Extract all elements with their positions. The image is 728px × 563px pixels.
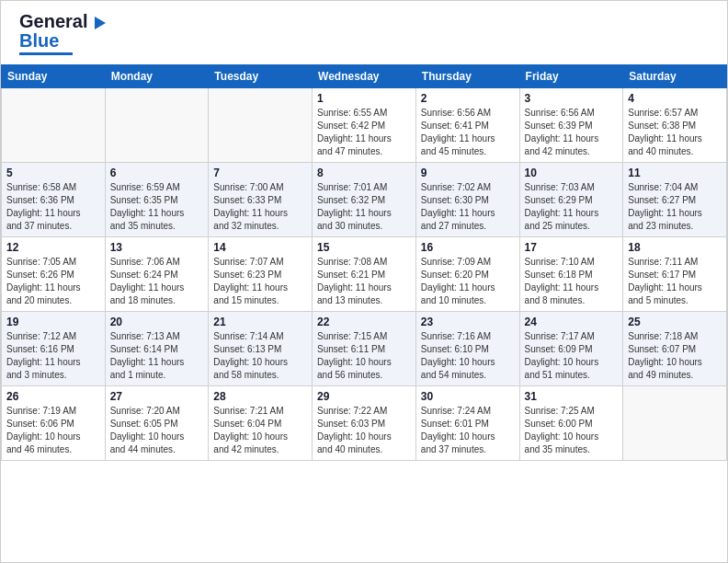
day-number: 19	[6, 316, 100, 328]
page-header: General Blue	[1, 1, 727, 59]
calendar-cell: 14Sunrise: 7:07 AM Sunset: 6:23 PM Dayli…	[209, 237, 313, 312]
day-number: 14	[213, 241, 307, 254]
day-number: 23	[421, 316, 515, 328]
calendar-cell: 27Sunrise: 7:20 AM Sunset: 6:05 PM Dayli…	[105, 386, 209, 461]
calendar-cell: 29Sunrise: 7:22 AM Sunset: 6:03 PM Dayli…	[313, 386, 416, 461]
day-info: Sunrise: 7:17 AM Sunset: 6:09 PM Dayligh…	[525, 330, 619, 382]
day-number: 27	[110, 390, 204, 403]
day-info: Sunrise: 7:21 AM Sunset: 6:04 PM Dayligh…	[213, 405, 307, 456]
weekday-header-monday: Monday	[105, 65, 209, 88]
day-number: 12	[6, 241, 100, 254]
logo-underline	[19, 52, 73, 55]
day-number: 9	[421, 167, 515, 179]
day-number: 26	[6, 390, 100, 403]
day-number: 28	[213, 390, 307, 403]
day-info: Sunrise: 7:13 AM Sunset: 6:14 PM Dayligh…	[110, 330, 204, 382]
calendar-cell: 12Sunrise: 7:05 AM Sunset: 6:26 PM Dayli…	[2, 237, 106, 312]
calendar-cell: 18Sunrise: 7:11 AM Sunset: 6:17 PM Dayli…	[623, 237, 727, 312]
day-number: 29	[317, 390, 411, 403]
day-number: 22	[317, 316, 411, 328]
day-number: 18	[628, 241, 722, 254]
calendar-cell: 16Sunrise: 7:09 AM Sunset: 6:20 PM Dayli…	[415, 237, 519, 312]
day-info: Sunrise: 7:12 AM Sunset: 6:16 PM Dayligh…	[6, 330, 100, 382]
calendar-cell: 21Sunrise: 7:14 AM Sunset: 6:13 PM Dayli…	[209, 312, 313, 386]
day-info: Sunrise: 7:01 AM Sunset: 6:32 PM Dayligh…	[317, 181, 411, 233]
calendar-cell: 4Sunrise: 6:57 AM Sunset: 6:38 PM Daylig…	[623, 88, 727, 163]
day-number: 7	[213, 167, 307, 179]
calendar-cell: 1Sunrise: 6:55 AM Sunset: 6:42 PM Daylig…	[313, 88, 416, 163]
calendar-week-row: 12Sunrise: 7:05 AM Sunset: 6:26 PM Dayli…	[2, 237, 727, 312]
weekday-header-sunday: Sunday	[2, 65, 106, 88]
logo-text-general: General	[19, 11, 87, 31]
calendar-cell: 15Sunrise: 7:08 AM Sunset: 6:21 PM Dayli…	[313, 237, 416, 312]
calendar-week-row: 26Sunrise: 7:19 AM Sunset: 6:06 PM Dayli…	[2, 386, 727, 461]
day-info: Sunrise: 7:07 AM Sunset: 6:23 PM Dayligh…	[213, 256, 307, 307]
weekday-header-wednesday: Wednesday	[313, 65, 416, 88]
day-info: Sunrise: 7:08 AM Sunset: 6:21 PM Dayligh…	[317, 256, 411, 307]
day-info: Sunrise: 6:58 AM Sunset: 6:36 PM Dayligh…	[6, 181, 100, 233]
day-number: 15	[317, 241, 411, 254]
calendar-cell	[105, 88, 209, 163]
day-number: 1	[317, 92, 411, 105]
calendar-cell: 7Sunrise: 7:00 AM Sunset: 6:33 PM Daylig…	[209, 163, 313, 237]
day-number: 16	[421, 241, 515, 254]
day-info: Sunrise: 6:57 AM Sunset: 6:38 PM Dayligh…	[628, 107, 722, 158]
calendar-cell: 30Sunrise: 7:24 AM Sunset: 6:01 PM Dayli…	[415, 386, 519, 461]
day-info: Sunrise: 7:03 AM Sunset: 6:29 PM Dayligh…	[525, 181, 619, 233]
day-number: 13	[110, 241, 204, 254]
day-info: Sunrise: 7:02 AM Sunset: 6:30 PM Dayligh…	[421, 181, 515, 233]
calendar-cell: 20Sunrise: 7:13 AM Sunset: 6:14 PM Dayli…	[105, 312, 209, 386]
calendar-cell: 31Sunrise: 7:25 AM Sunset: 6:00 PM Dayli…	[519, 386, 623, 461]
calendar-cell: 23Sunrise: 7:16 AM Sunset: 6:10 PM Dayli…	[415, 312, 519, 386]
calendar-week-row: 5Sunrise: 6:58 AM Sunset: 6:36 PM Daylig…	[2, 163, 727, 237]
day-info: Sunrise: 7:15 AM Sunset: 6:11 PM Dayligh…	[317, 330, 411, 382]
logo-text-blue: Blue	[19, 31, 59, 50]
day-info: Sunrise: 7:14 AM Sunset: 6:13 PM Dayligh…	[213, 330, 307, 382]
weekday-header-friday: Friday	[519, 65, 623, 88]
calendar-week-row: 19Sunrise: 7:12 AM Sunset: 6:16 PM Dayli…	[2, 312, 727, 386]
calendar-cell	[2, 88, 106, 163]
calendar-cell: 22Sunrise: 7:15 AM Sunset: 6:11 PM Dayli…	[313, 312, 416, 386]
day-info: Sunrise: 7:04 AM Sunset: 6:27 PM Dayligh…	[628, 181, 722, 233]
weekday-header-saturday: Saturday	[623, 65, 727, 88]
day-info: Sunrise: 7:18 AM Sunset: 6:07 PM Dayligh…	[628, 330, 722, 382]
day-number: 5	[6, 167, 100, 179]
calendar-cell: 6Sunrise: 6:59 AM Sunset: 6:35 PM Daylig…	[105, 163, 209, 237]
day-number: 21	[213, 316, 307, 328]
weekday-header-row: SundayMondayTuesdayWednesdayThursdayFrid…	[2, 65, 727, 88]
day-info: Sunrise: 7:20 AM Sunset: 6:05 PM Dayligh…	[110, 405, 204, 456]
day-number: 30	[421, 390, 515, 403]
calendar-cell: 2Sunrise: 6:56 AM Sunset: 6:41 PM Daylig…	[415, 88, 519, 163]
calendar-cell: 17Sunrise: 7:10 AM Sunset: 6:18 PM Dayli…	[519, 237, 623, 312]
day-info: Sunrise: 6:59 AM Sunset: 6:35 PM Dayligh…	[110, 181, 204, 233]
day-info: Sunrise: 7:19 AM Sunset: 6:06 PM Dayligh…	[6, 405, 100, 456]
calendar-cell: 19Sunrise: 7:12 AM Sunset: 6:16 PM Dayli…	[2, 312, 106, 386]
day-info: Sunrise: 7:22 AM Sunset: 6:03 PM Dayligh…	[317, 405, 411, 456]
day-info: Sunrise: 7:09 AM Sunset: 6:20 PM Dayligh…	[421, 256, 515, 307]
calendar-cell	[623, 386, 727, 461]
calendar-cell: 11Sunrise: 7:04 AM Sunset: 6:27 PM Dayli…	[623, 163, 727, 237]
day-number: 6	[110, 167, 204, 179]
day-number: 17	[525, 241, 619, 254]
day-number: 10	[525, 167, 619, 179]
calendar-cell: 24Sunrise: 7:17 AM Sunset: 6:09 PM Dayli…	[519, 312, 623, 386]
calendar-page: General Blue SundayMondayTuesdayWednesda…	[0, 0, 728, 563]
day-number: 20	[110, 316, 204, 328]
day-info: Sunrise: 6:56 AM Sunset: 6:41 PM Dayligh…	[421, 107, 515, 158]
day-info: Sunrise: 7:00 AM Sunset: 6:33 PM Dayligh…	[213, 181, 307, 233]
day-info: Sunrise: 7:05 AM Sunset: 6:26 PM Dayligh…	[6, 256, 100, 307]
day-info: Sunrise: 7:10 AM Sunset: 6:18 PM Dayligh…	[525, 256, 619, 307]
calendar-cell: 10Sunrise: 7:03 AM Sunset: 6:29 PM Dayli…	[519, 163, 623, 237]
weekday-header-thursday: Thursday	[415, 65, 519, 88]
day-number: 25	[628, 316, 722, 328]
calendar-cell: 25Sunrise: 7:18 AM Sunset: 6:07 PM Dayli…	[623, 312, 727, 386]
calendar-cell: 8Sunrise: 7:01 AM Sunset: 6:32 PM Daylig…	[313, 163, 416, 237]
day-info: Sunrise: 7:24 AM Sunset: 6:01 PM Dayligh…	[421, 405, 515, 456]
day-number: 31	[525, 390, 619, 403]
day-number: 4	[628, 92, 722, 105]
day-number: 3	[525, 92, 619, 105]
calendar-cell	[209, 88, 313, 163]
calendar-week-row: 1Sunrise: 6:55 AM Sunset: 6:42 PM Daylig…	[2, 88, 727, 163]
day-number: 2	[421, 92, 515, 105]
day-info: Sunrise: 7:06 AM Sunset: 6:24 PM Dayligh…	[110, 256, 204, 307]
